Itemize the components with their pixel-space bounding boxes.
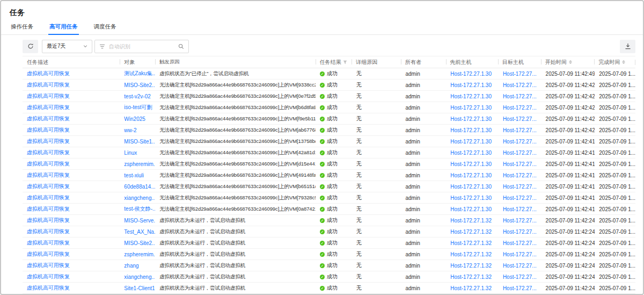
task-description-link[interactable]: 虚拟机高可用恢复: [23, 138, 120, 145]
refresh-button[interactable]: [23, 40, 38, 53]
previous-host-link[interactable]: Host-172.27.1.30: [446, 116, 499, 122]
target-host-link[interactable]: Host-172.27...: [499, 229, 541, 235]
previous-host-link[interactable]: Host-172.27.1.32: [446, 274, 499, 280]
previous-host-link[interactable]: Host-172.27.1.32: [446, 229, 499, 235]
date-range-select[interactable]: 最近7天: [42, 40, 92, 53]
object-link[interactable]: 60de88a14...: [120, 184, 155, 190]
object-link[interactable]: zspheremim...: [120, 161, 155, 167]
previous-host-link[interactable]: Host-172.27.1.30: [446, 93, 499, 99]
table-row: 虚拟机高可用恢复test-xiuli无法确定主机[f62d29a866ac44e…: [23, 170, 635, 181]
tab-operation-tasks[interactable]: 操作任务: [10, 20, 34, 34]
task-description-link[interactable]: 虚拟机高可用恢复: [23, 239, 120, 247]
task-description-link[interactable]: 虚拟机高可用恢复: [23, 183, 120, 190]
object-link[interactable]: MISO-Serve...: [120, 218, 155, 224]
detail-reason-text: 无: [352, 70, 401, 77]
task-description-link[interactable]: 虚拟机高可用恢复: [23, 70, 120, 77]
previous-host-link[interactable]: Host-172.27.1.32: [446, 263, 499, 269]
column-header-start-time[interactable]: 开始时间: [541, 56, 595, 68]
download-button[interactable]: [620, 40, 635, 53]
task-description-link[interactable]: 虚拟机高可用恢复: [23, 171, 120, 179]
task-description-link[interactable]: 虚拟机高可用恢复: [23, 205, 120, 213]
tab-ha-tasks[interactable]: 高可用任务: [48, 20, 79, 34]
target-host-link[interactable]: Host-172.27...: [499, 116, 541, 122]
task-description-link[interactable]: 虚拟机高可用恢复: [23, 250, 120, 258]
object-link[interactable]: zspheremim...: [120, 251, 155, 257]
object-link[interactable]: test-侯文静-...: [120, 205, 155, 213]
previous-host-link[interactable]: Host-172.27.1.32: [446, 218, 499, 224]
search-input[interactable]: [108, 43, 175, 50]
previous-host-link[interactable]: Host-172.27.1.30: [446, 139, 499, 145]
target-host-link[interactable]: Host-172.27...: [499, 82, 541, 88]
object-link[interactable]: MISO-Site2...: [120, 82, 155, 88]
task-description-link[interactable]: 虚拟机高可用恢复: [23, 104, 120, 111]
previous-host-link[interactable]: Host-172.27.1.30: [446, 82, 499, 88]
target-host-link[interactable]: Host-172.27...: [499, 285, 541, 291]
task-description-link[interactable]: 虚拟机高可用恢复: [23, 115, 120, 123]
task-description-link[interactable]: 虚拟机高可用恢复: [23, 92, 120, 100]
object-link[interactable]: xiangcheng....: [120, 195, 155, 201]
task-description-link[interactable]: 虚拟机高可用恢复: [23, 81, 120, 89]
target-host-link[interactable]: Host-172.27...: [499, 161, 541, 167]
previous-host-link[interactable]: Host-172.27.1.30: [446, 150, 499, 156]
target-host-link[interactable]: Host-172.27...: [499, 150, 541, 156]
object-link[interactable]: xiangcheng....: [120, 274, 155, 280]
previous-host-link[interactable]: Host-172.27.1.30: [446, 127, 499, 133]
task-description-link[interactable]: 虚拟机高可用恢复: [23, 262, 120, 269]
object-link[interactable]: Win2025: [120, 116, 155, 122]
previous-host-link[interactable]: Host-172.27.1.30: [446, 105, 499, 111]
target-host-link[interactable]: Host-172.27...: [499, 139, 541, 145]
column-header-detail-reason: 详细原因: [352, 56, 401, 68]
target-host-link[interactable]: Host-172.27...: [499, 127, 541, 133]
task-description-link[interactable]: 虚拟机高可用恢复: [23, 194, 120, 202]
previous-host-link[interactable]: Host-172.27.1.32: [446, 240, 499, 246]
previous-host-link[interactable]: Host-172.27.1.30: [446, 195, 499, 201]
target-host-link[interactable]: Host-172.27...: [499, 93, 541, 99]
table-row: 虚拟机高可用恢复Win2025无法确定主机[f62d29a866ac44e9b6…: [23, 113, 635, 125]
object-link[interactable]: iso-test可删: [120, 104, 155, 111]
object-link[interactable]: MISO-Site1...: [120, 139, 155, 145]
target-host-link[interactable]: Host-172.27...: [499, 71, 541, 77]
target-host-link[interactable]: Host-172.27...: [499, 263, 541, 269]
task-description-link[interactable]: 虚拟机高可用恢复: [23, 160, 120, 168]
object-link[interactable]: zhang: [120, 263, 155, 269]
filter-funnel-icon[interactable]: [343, 60, 347, 64]
object-link[interactable]: Test_AX_Na...: [120, 229, 155, 235]
object-link[interactable]: test-xiuli: [120, 172, 155, 178]
task-description-link[interactable]: 虚拟机高可用恢复: [23, 273, 120, 280]
object-link[interactable]: test-v2v-02: [120, 93, 155, 99]
target-host-link[interactable]: Host-172.27...: [499, 105, 541, 111]
task-description-link[interactable]: 虚拟机高可用恢复: [23, 228, 120, 235]
sort-icon[interactable]: [569, 60, 572, 64]
object-link[interactable]: ww-2: [120, 127, 155, 133]
task-description-link[interactable]: 虚拟机高可用恢复: [23, 217, 120, 224]
target-host-link[interactable]: Host-172.27...: [499, 218, 541, 224]
search-icon[interactable]: [178, 44, 184, 49]
end-time-text: 2025-07-09 1...: [595, 82, 635, 88]
task-description-link[interactable]: 虚拟机高可用恢复: [23, 284, 120, 292]
target-host-link[interactable]: Host-172.27...: [499, 184, 541, 190]
task-description-link[interactable]: 虚拟机高可用恢复: [23, 149, 120, 156]
column-header-end-time[interactable]: 完成时间: [594, 56, 635, 68]
target-host-link[interactable]: Host-172.27...: [499, 206, 541, 212]
column-header-task-result[interactable]: 任务结果: [316, 56, 352, 68]
target-host-link[interactable]: Host-172.27...: [499, 195, 541, 201]
object-link[interactable]: Site1-Client1: [120, 285, 155, 291]
previous-host-link[interactable]: Host-172.27.1.30: [446, 184, 499, 190]
task-result-cell: ✓成功: [316, 205, 352, 213]
target-host-link[interactable]: Host-172.27...: [499, 251, 541, 257]
object-link[interactable]: 测试Zaku集...: [120, 70, 155, 77]
previous-host-link[interactable]: Host-172.27.1.30: [446, 71, 499, 77]
tab-scheduled-tasks[interactable]: 调度任务: [93, 20, 118, 34]
object-link[interactable]: Linux: [120, 150, 155, 156]
sort-icon[interactable]: [622, 60, 625, 64]
previous-host-link[interactable]: Host-172.27.1.32: [446, 251, 499, 257]
previous-host-link[interactable]: Host-172.27.1.30: [446, 206, 499, 212]
object-link[interactable]: MISO-Site2...: [120, 240, 155, 246]
previous-host-link[interactable]: Host-172.27.1.30: [446, 161, 499, 167]
target-host-link[interactable]: Host-172.27...: [499, 274, 541, 280]
previous-host-link[interactable]: Host-172.27.1.30: [446, 172, 499, 178]
target-host-link[interactable]: Host-172.27...: [499, 240, 541, 246]
task-description-link[interactable]: 虚拟机高可用恢复: [23, 126, 120, 134]
target-host-link[interactable]: Host-172.27...: [499, 172, 541, 178]
previous-host-link[interactable]: Host-172.27.1.32: [446, 285, 499, 291]
